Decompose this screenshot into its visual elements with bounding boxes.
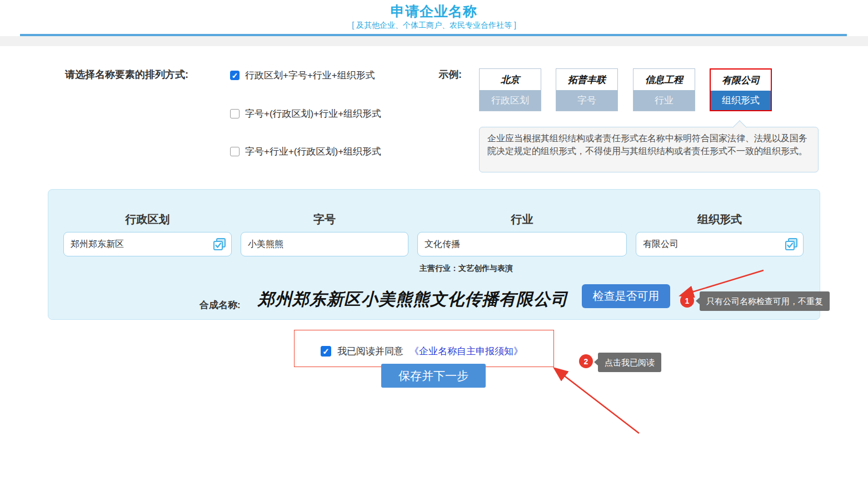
example-trade-name-value: 拓普丰联 xyxy=(556,69,617,90)
column-header-trade-name: 字号 xyxy=(241,212,408,227)
step-2-tooltip: 点击我已阅读 xyxy=(598,353,661,372)
arrangement-label: 请选择名称要素的排列方式: xyxy=(65,68,188,81)
declaration-notice-link[interactable]: 《企业名称自主申报须知》 xyxy=(410,345,523,358)
step-1-tooltip: 只有公司名称检查可用，不重复 xyxy=(700,291,830,311)
checkbox-unchecked-icon[interactable] xyxy=(230,109,240,118)
step-1-badge: 1 xyxy=(680,294,694,308)
example-box-trade-name: 拓普丰联 字号 xyxy=(556,68,618,111)
checkbox-unchecked-icon[interactable] xyxy=(230,147,240,156)
trade-name-field xyxy=(241,232,408,256)
check-availability-button[interactable]: 检查是否可用 xyxy=(582,284,670,308)
agreement-label: 我已阅读并同意 xyxy=(337,345,403,358)
save-next-button[interactable]: 保存并下一步 xyxy=(381,364,486,388)
arrangement-option-1-label: 行政区划+字号+行业+组织形式 xyxy=(245,69,375,82)
example-industry-value: 信息工程 xyxy=(633,69,695,90)
district-picker-icon[interactable] xyxy=(212,237,227,251)
trade-name-input[interactable] xyxy=(241,232,408,256)
arrangement-option-1[interactable]: 行政区划+字号+行业+组织形式 xyxy=(230,69,375,82)
org-form-info-box: 企业应当根据其组织结构或者责任形式在名称中标明符合国家法律、法规以及国务院决定规… xyxy=(479,127,819,172)
step-1-tooltip-text: 只有公司名称检查可用，不重复 xyxy=(706,296,823,306)
main-industry-note: 主营行业：文艺创作与表演 xyxy=(420,264,513,274)
example-district-value: 北京 xyxy=(480,69,541,90)
agreement-row[interactable]: 我已阅读并同意《企业名称自主申报须知》 xyxy=(321,345,523,358)
example-district-category: 行政区划 xyxy=(480,90,541,111)
district-input[interactable] xyxy=(63,232,232,256)
industry-input[interactable] xyxy=(417,232,627,256)
arrangement-option-3[interactable]: 字号+行业+(行政区划)+组织形式 xyxy=(230,145,381,158)
checkbox-checked-icon[interactable] xyxy=(230,71,240,80)
example-box-org-form-highlighted: 有限公司 组织形式 xyxy=(710,68,772,111)
agreement-checkbox[interactable] xyxy=(321,346,331,357)
arrangement-option-2-label: 字号+(行政区划)+行业+组织形式 xyxy=(245,107,381,120)
composed-name-label: 合成名称: xyxy=(199,299,241,311)
example-box-industry: 信息工程 行业 xyxy=(633,68,695,111)
example-trade-name-category: 字号 xyxy=(556,90,617,111)
arrangement-option-2[interactable]: 字号+(行政区划)+行业+组织形式 xyxy=(230,107,381,120)
header-bar xyxy=(0,36,868,46)
example-box-district: 北京 行政区划 xyxy=(479,68,541,111)
tooltip-pointer-icon xyxy=(594,358,598,366)
org-form-field xyxy=(636,232,804,256)
org-form-info-text: 企业应当根据其组织结构或者责任形式在名称中标明符合国家法律、法规以及国务院决定规… xyxy=(487,133,807,156)
example-industry-category: 行业 xyxy=(633,90,695,111)
step-2-badge: 2 xyxy=(579,354,593,368)
composed-name-value: 郑州郑东新区小美熊熊文化传播有限公司 xyxy=(258,286,625,312)
example-org-form-category: 组织形式 xyxy=(711,91,771,110)
annotation-arrow-2 xyxy=(555,369,639,433)
page-title: 申请企业名称 xyxy=(0,2,868,21)
district-field xyxy=(63,232,232,256)
org-form-input[interactable] xyxy=(636,232,804,256)
application-page: 申请企业名称 [ 及其他企业、个体工商户、农民专业合作社等 ] 请选择名称要素的… xyxy=(0,0,868,485)
column-header-industry: 行业 xyxy=(417,212,627,227)
arrangement-option-3-label: 字号+行业+(行政区划)+组织形式 xyxy=(245,145,381,158)
step-2-tooltip-text: 点击我已阅读 xyxy=(605,358,655,367)
industry-field xyxy=(417,232,627,256)
tooltip-pointer-icon xyxy=(696,297,700,305)
example-org-form-value: 有限公司 xyxy=(711,70,771,91)
org-form-picker-icon[interactable] xyxy=(784,237,799,251)
page-subtitle: [ 及其他企业、个体工商户、农民专业合作社等 ] xyxy=(0,21,868,31)
example-label: 示例: xyxy=(438,68,462,81)
column-header-org-form: 组织形式 xyxy=(636,212,804,227)
column-header-district: 行政区划 xyxy=(63,212,232,227)
